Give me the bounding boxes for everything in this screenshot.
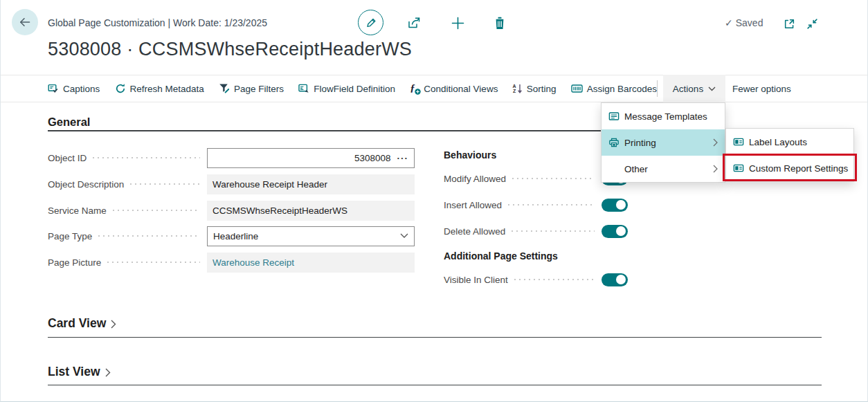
open-in-window-icon: [784, 18, 795, 30]
service-name-row: Service Name CCSMSWhseReceiptHeaderWS: [48, 200, 415, 221]
toggle-knob: [616, 226, 626, 236]
page-picture-row: Page Picture Warehouse Receipt: [48, 252, 415, 273]
menu-item-message-templates[interactable]: Message Templates: [602, 103, 725, 129]
card-view-label: Card View: [48, 316, 106, 331]
submenu-item-custom-report-settings[interactable]: Custom Report Settings: [726, 155, 853, 181]
captions-label: Captions: [63, 84, 100, 94]
actions-menu-button[interactable]: Actions: [663, 75, 725, 102]
assign-barcodes-button[interactable]: Assign Barcodes: [571, 83, 657, 94]
page-picture-link[interactable]: Warehouse Receipt: [213, 257, 294, 268]
object-id-input[interactable]: 5308008 ···: [207, 148, 415, 168]
page-type-select[interactable]: Headerline: [207, 226, 415, 246]
label-layouts-label: Label Layouts: [749, 137, 807, 147]
service-name-field: CCSMSWhseReceiptHeaderWS: [207, 201, 415, 221]
delete-button[interactable]: [493, 15, 507, 30]
toggle-knob: [616, 275, 626, 284]
assist-edit-button[interactable]: ···: [397, 153, 409, 163]
assign-barcodes-label: Assign Barcodes: [587, 84, 657, 94]
page-type-value: Headerline: [213, 231, 258, 241]
list-view-label: List View: [48, 365, 100, 379]
dotted-leader: [113, 210, 200, 211]
conditional-views-label: Conditional Views: [424, 84, 498, 94]
object-description-value: Warehouse Receipt Header: [213, 179, 327, 190]
card-view-section-header[interactable]: Card View: [48, 316, 116, 331]
flowfield-definition-button[interactable]: FlowField Definition: [298, 83, 395, 94]
collapse-icon: [806, 18, 818, 30]
check-icon: ✓: [725, 17, 733, 28]
share-icon: [407, 16, 422, 30]
sorting-button[interactable]: AZ Sorting: [513, 84, 557, 94]
page-filters-button[interactable]: Page Filters: [219, 83, 284, 94]
object-description-label: Object Description: [48, 179, 124, 190]
visible-in-client-toggle[interactable]: [602, 273, 628, 286]
actions-dropdown-menu: Message Templates Printing Other: [601, 102, 725, 183]
page-picture-label: Page Picture: [48, 257, 101, 268]
actions-label: Actions: [673, 84, 703, 94]
chevron-right-icon: [111, 320, 116, 329]
dotted-leader: [107, 262, 200, 263]
visible-in-client-row: Visible In Client: [444, 271, 628, 288]
collapse-button[interactable]: [804, 17, 820, 30]
breadcrumb-caption: Global Page Customization | Work Date: 1…: [48, 17, 267, 28]
fewer-options-button[interactable]: Fewer options: [732, 75, 791, 102]
object-id-value: 5308008: [354, 153, 391, 163]
delete-allowed-row: Delete Allowed: [444, 223, 628, 239]
filter-pencil-icon: [219, 83, 230, 94]
flowfield-icon: [298, 83, 309, 94]
page-picture-field: Warehouse Receipt: [207, 253, 415, 273]
delete-allowed-label: Delete Allowed: [444, 226, 505, 237]
custom-report-settings-label: Custom Report Settings: [749, 163, 848, 174]
dotted-leader: [508, 204, 595, 205]
other-label: Other: [624, 164, 648, 174]
dotted-leader: [512, 230, 595, 232]
new-button[interactable]: [450, 16, 465, 30]
insert-allowed-toggle[interactable]: [602, 199, 628, 212]
toggle-knob: [616, 200, 626, 210]
action-bar-items: Captions Refresh Metadata Page Filters F…: [48, 75, 657, 102]
dotted-leader: [93, 157, 200, 158]
page-customization-window: Global Page Customization | Work Date: 1…: [0, 0, 868, 402]
general-section-title: General: [48, 116, 90, 129]
share-button[interactable]: [406, 15, 422, 30]
chevron-right-icon: [713, 165, 718, 173]
visible-in-client-label: Visible In Client: [444, 275, 508, 285]
conditional-views-button[interactable]: ƒ Conditional Views: [410, 83, 498, 94]
printing-label: Printing: [624, 138, 656, 148]
chevron-right-icon: [713, 138, 718, 147]
dotted-leader: [98, 235, 200, 237]
submenu-item-label-layouts[interactable]: Label Layouts: [726, 129, 853, 155]
refresh-icon: [115, 83, 126, 94]
dotted-leader: [512, 178, 595, 179]
barcode-icon: [571, 83, 583, 94]
dotted-leader: [514, 279, 595, 280]
page-type-row: Page Type Headerline: [48, 226, 415, 246]
edit-button[interactable]: [358, 10, 383, 35]
function-plus-icon: ƒ: [410, 83, 419, 94]
open-in-window-button[interactable]: [781, 17, 797, 30]
flowfield-definition-label: FlowField Definition: [314, 84, 395, 94]
refresh-metadata-button[interactable]: Refresh Metadata: [115, 83, 204, 94]
plus-icon: [451, 17, 464, 30]
sort-az-icon: AZ: [513, 84, 523, 94]
object-description-row: Object Description Warehouse Receipt Hea…: [48, 174, 415, 194]
pencil-icon: [365, 17, 377, 29]
list-view-section-header[interactable]: List View: [48, 365, 111, 379]
object-id-row: Object ID 5308008 ···: [48, 147, 415, 168]
insert-allowed-row: Insert Allowed: [444, 197, 628, 213]
card-view-divider: [48, 337, 822, 338]
toolbar-separator: [657, 80, 658, 97]
object-id-label: Object ID: [48, 153, 87, 163]
delete-allowed-toggle[interactable]: [602, 225, 628, 238]
service-name-value: CCSMSWhseReceiptHeaderWS: [213, 205, 347, 216]
captions-button[interactable]: Captions: [48, 83, 100, 94]
menu-item-other[interactable]: Other: [602, 156, 725, 182]
menu-item-printing[interactable]: Printing: [602, 129, 725, 156]
refresh-metadata-label: Refresh Metadata: [130, 84, 204, 94]
sorting-label: Sorting: [527, 84, 557, 94]
fewer-options-label: Fewer options: [732, 84, 791, 94]
back-button[interactable]: [12, 9, 38, 35]
list-view-divider: [48, 385, 822, 385]
insert-allowed-label: Insert Allowed: [444, 200, 502, 210]
printer-icon: [608, 137, 621, 148]
page-type-label: Page Type: [48, 231, 92, 241]
